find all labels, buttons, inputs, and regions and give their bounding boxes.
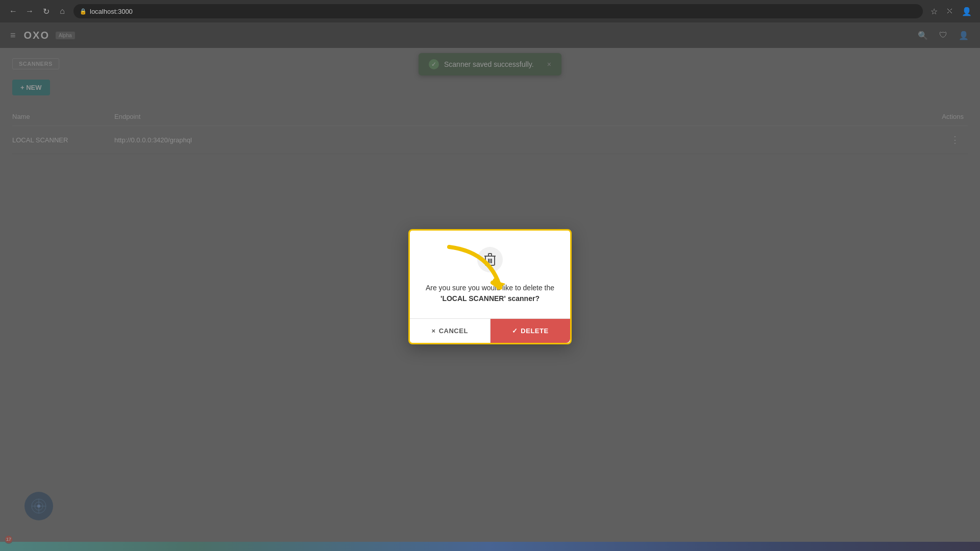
delete-check-icon: ✓ — [512, 327, 518, 335]
cancel-label: CANCEL — [439, 327, 468, 335]
forward-button[interactable]: → — [22, 4, 37, 18]
delete-label: DELETE — [521, 327, 548, 335]
bookmark-button[interactable]: ☆ — [927, 4, 941, 18]
url-text: localhost:3000 — [90, 8, 133, 15]
cancel-x-icon: × — [432, 327, 436, 335]
modal-buttons: × CANCEL ✓ DELETE — [410, 318, 570, 343]
address-bar[interactable]: 🔒 localhost:3000 — [74, 4, 923, 18]
browser-chrome: ← → ↻ ⌂ 🔒 localhost:3000 ☆ ⛌ 👤 — [0, 0, 980, 22]
home-button[interactable]: ⌂ — [55, 4, 69, 18]
browser-nav: ← → ↻ ⌂ — [6, 4, 69, 18]
back-button[interactable]: ← — [6, 4, 20, 18]
lock-icon: 🔒 — [80, 8, 87, 15]
app-container: ≡ OXO Alpha 🔍 🛡 👤 ✓ Scanner saved succes… — [0, 22, 980, 551]
delete-button[interactable]: ✓ DELETE — [491, 319, 571, 343]
svg-rect-2 — [488, 254, 492, 256]
cancel-button[interactable]: × CANCEL — [410, 319, 491, 343]
browser-actions: ☆ ⛌ 👤 — [927, 4, 974, 18]
reload-button[interactable]: ↻ — [39, 4, 53, 18]
extensions-button[interactable]: ⛌ — [943, 4, 958, 18]
modal-message: Are you sure you would like to delete th… — [422, 283, 558, 304]
delete-confirm-modal: Are you sure you would like to delete th… — [408, 229, 572, 344]
profile-button[interactable]: 👤 — [960, 4, 974, 18]
modal-overlay: Are you sure you would like to delete th… — [0, 22, 980, 551]
trash-icon — [477, 247, 503, 272]
